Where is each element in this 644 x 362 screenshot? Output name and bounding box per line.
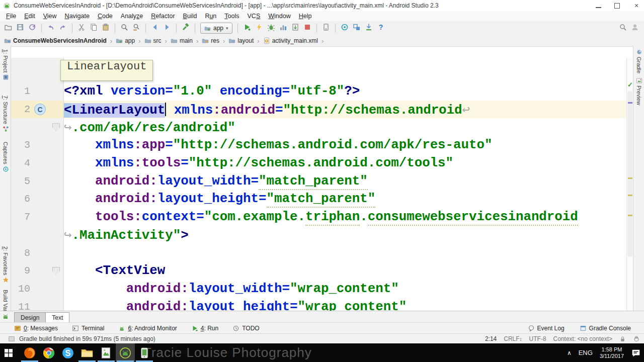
tab-text[interactable]: Text — [45, 312, 69, 323]
toolwindow-todo[interactable]: TODO — [232, 325, 259, 332]
find-in-path-button[interactable] — [130, 22, 142, 35]
close-button[interactable]: × — [633, 2, 640, 9]
stop-button[interactable] — [301, 22, 313, 35]
user-button[interactable] — [629, 22, 641, 35]
menu-tools[interactable]: Tools — [220, 12, 243, 21]
breadcrumb-layout[interactable]: layout — [227, 37, 255, 44]
taskbar-skype[interactable]: S — [58, 343, 77, 362]
tool-button-preview[interactable]: Preview — [633, 77, 644, 105]
toolwindow-4-run[interactable]: 4: Run — [191, 325, 218, 332]
menu-build[interactable]: Build — [179, 12, 201, 21]
cut-button[interactable] — [75, 22, 88, 35]
sdk-update-button[interactable] — [363, 22, 375, 35]
toolwindow-0-messages[interactable]: 0: Messages — [14, 325, 58, 332]
menu-analyze[interactable]: Analyze — [117, 12, 147, 21]
code-editor[interactable]: 1<?xml version="1.0" encoding="utf-8"?>2… — [11, 58, 626, 311]
taskbar-file-explorer[interactable] — [77, 343, 97, 362]
code-line[interactable]: ↪.com/apk/res/android" — [11, 118, 626, 136]
find-button[interactable] — [118, 22, 130, 35]
copy-button[interactable] — [88, 22, 100, 35]
code-line[interactable]: 7 tools:context="com.example.triphan.con… — [11, 208, 626, 226]
language-indicator[interactable]: ENG — [579, 349, 593, 356]
menu-window[interactable]: Window — [264, 12, 294, 21]
menu-code[interactable]: Code — [94, 12, 117, 21]
build-hammer-button[interactable] — [180, 22, 192, 35]
caret-position[interactable]: 2:14 — [485, 335, 497, 342]
scrollbar-thumb[interactable] — [627, 91, 632, 257]
taskbar-snipping-tool[interactable] — [97, 343, 116, 362]
breadcrumb-src[interactable]: src — [143, 37, 163, 44]
taskbar-firefox[interactable] — [20, 343, 39, 362]
tool-button-gradle[interactable]: Gradle — [633, 49, 644, 73]
lock-icon[interactable] — [619, 336, 626, 342]
menu-navigate[interactable]: Navigate — [61, 12, 94, 21]
hector-inspector-icon[interactable] — [633, 335, 640, 342]
code-line[interactable]: 10 android:layout_width="wrap_content" — [11, 280, 626, 298]
breadcrumb-app[interactable]: app — [115, 37, 136, 44]
paste-button[interactable] — [100, 22, 112, 35]
menu-help[interactable]: Help — [295, 12, 316, 21]
breadcrumb-main[interactable]: main — [170, 37, 194, 44]
notification-center-icon[interactable] — [631, 348, 641, 358]
profile-button[interactable] — [277, 22, 289, 35]
toolwindow-6-android-monitor[interactable]: 6: Android Monitor — [118, 325, 177, 332]
attach-debugger-button[interactable] — [289, 22, 301, 35]
tool-button-2-favorites[interactable]: 2: Favorites — [0, 246, 11, 283]
breadcrumb-res[interactable]: res — [201, 37, 220, 44]
help-button[interactable]: ? — [375, 22, 387, 35]
code-line[interactable]: 9 <TextView — [11, 262, 626, 280]
file-encoding[interactable]: UTF-8 — [529, 335, 546, 342]
tray-expand-icon[interactable]: ∧ — [567, 349, 572, 356]
code-line[interactable]: 4 xmlns:tools="http://schemas.android.co… — [11, 154, 626, 172]
taskbar-emulator[interactable] — [135, 343, 154, 362]
tool-button-1-project[interactable]: 1: Project — [0, 49, 11, 80]
save-all-button[interactable] — [14, 22, 26, 35]
breadcrumb-consumewebservicesinandroid[interactable]: ConsumeWebServicesInAndroid — [3, 37, 108, 44]
forward-button[interactable] — [161, 22, 173, 35]
minimize-button[interactable] — [596, 4, 601, 8]
menu-refactor[interactable]: Refactor — [147, 12, 179, 21]
breadcrumb-activity-main-xml[interactable]: activity_main.xml — [262, 37, 319, 44]
sync-button[interactable] — [26, 22, 38, 35]
editor-scrollbar[interactable]: ✓ — [626, 58, 633, 311]
clock[interactable]: 1:58 PM3/11/2017 — [600, 346, 624, 359]
code-line[interactable]: 1<?xml version="1.0" encoding="utf-8"?> — [11, 82, 626, 101]
attach-to-android-button[interactable] — [320, 22, 332, 35]
menu-edit[interactable]: Edit — [20, 12, 39, 21]
instant-run-button[interactable] — [253, 22, 265, 35]
context-selector[interactable]: Context: <no context> — [553, 335, 612, 342]
toolwindow-terminal[interactable]: Terminal — [72, 325, 104, 332]
tab-design[interactable]: Design — [14, 312, 46, 323]
menu-run[interactable]: Run — [201, 12, 220, 21]
menu-file[interactable]: File — [2, 12, 20, 21]
undo-button[interactable] — [45, 22, 57, 35]
open-project-button[interactable] — [2, 22, 14, 35]
tool-button-captures[interactable]: Captures — [0, 142, 11, 172]
code-line[interactable]: 2C<LinearLayout xmlns:android="http://sc… — [11, 101, 626, 119]
redo-button[interactable] — [57, 22, 69, 35]
taskbar-android-studio[interactable] — [116, 343, 135, 362]
sdk-manager-button[interactable] — [351, 22, 363, 35]
menu-view[interactable]: View — [39, 12, 61, 21]
start-button[interactable] — [0, 343, 17, 362]
code-line[interactable]: 11 android:layout_height="wrap_content" — [11, 298, 626, 311]
code-line[interactable]: 8 — [11, 244, 626, 262]
back-button[interactable] — [149, 22, 161, 35]
debug-button[interactable] — [265, 22, 277, 35]
avd-manager-button[interactable] — [339, 22, 351, 35]
class-gutter-icon[interactable]: C — [34, 104, 46, 115]
toolwindow-gradle-console[interactable]: Gradle Console — [580, 325, 631, 332]
code-line[interactable]: 6 android:layout_height="match_parent" — [11, 190, 626, 208]
search-everywhere-button[interactable] — [617, 22, 629, 35]
code-line[interactable]: 3 xmlns:app="http://schemas.android.com/… — [11, 136, 626, 154]
toolwindow-corner-icon[interactable] — [8, 335, 15, 342]
code-line[interactable]: 5 android:layout_width="match_parent" — [11, 172, 626, 190]
taskbar-chrome[interactable] — [39, 343, 58, 362]
run-configuration-select[interactable]: app▾ — [200, 23, 232, 34]
restore-button[interactable] — [614, 3, 620, 9]
menu-vcs[interactable]: VCS — [244, 12, 265, 21]
tool-button-7-structure[interactable]: 7: Structure — [0, 96, 11, 132]
toolwindow-event-log[interactable]: Event Log — [528, 325, 565, 332]
code-line[interactable]: ↪.MainActivity"> — [11, 226, 626, 244]
line-separator-selector[interactable]: CRLF↕ — [504, 335, 522, 342]
